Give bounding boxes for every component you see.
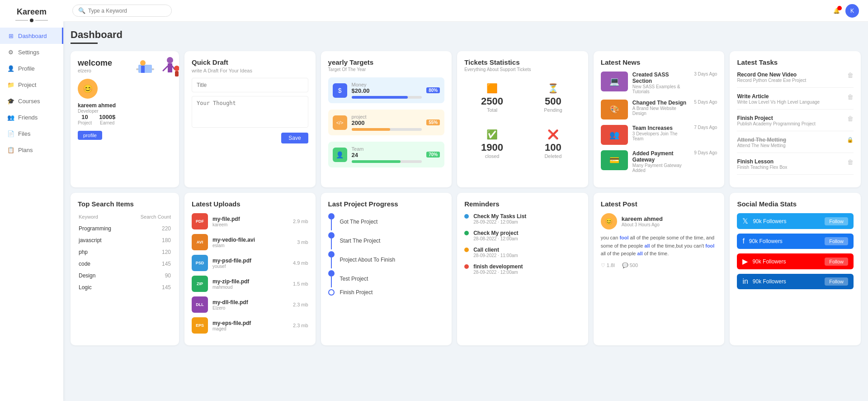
latest-tasks-card: Latest Tasks Record One New Video Record… [730, 51, 861, 187]
sidebar-label-dashboard: Dashboard [18, 33, 47, 39]
sidebar-item-project[interactable]: 📁 Project [0, 76, 63, 93]
upload-user: maged [212, 326, 288, 331]
count-cell: 220 [127, 223, 171, 234]
step-dot-area [328, 213, 335, 230]
top-search-card: Top Search Items Keyword Search Count Pr… [71, 193, 179, 345]
upload-info: my-vedio-file.avi eslam [212, 237, 292, 248]
svg-rect-1 [138, 65, 152, 73]
social-item-facebook: f 90k Followers Follow [737, 234, 854, 249]
task-delete-1[interactable]: 🗑 [847, 93, 854, 100]
task-delete-4[interactable]: 🗑 [847, 158, 854, 166]
draft-thought-textarea[interactable] [192, 96, 308, 128]
ticket-total: 🟧 2500 Total [464, 77, 520, 118]
sidebar-label-project: Project [18, 81, 36, 88]
svg-rect-3 [141, 66, 145, 73]
post-content: you can fool all of the people some of t… [601, 234, 717, 258]
social-title: Social Media Stats [737, 200, 854, 208]
sidebar-item-settings[interactable]: ⚙ Settings [0, 44, 63, 60]
brand-name: Kareem [7, 7, 56, 17]
post-time: About 3 Hours Ago [622, 222, 663, 227]
targets-subtitle: Target Of The Year [328, 67, 445, 72]
draft-title-input[interactable] [192, 78, 308, 92]
facebook-followers: 90k Followers [749, 238, 820, 244]
search-input[interactable] [88, 8, 166, 14]
welcome-user-name: kareem ahmed [78, 102, 172, 109]
quick-draft-card: Quick Draft write A Draft For Your Ideas… [184, 51, 316, 187]
news-item-3: 💳 Added Payment Gateway Many Payment Gat… [601, 150, 717, 173]
tickets-title: Tickets Statistics [464, 58, 581, 66]
sidebar-item-files[interactable]: 📄 Files [0, 125, 63, 142]
ticket-closed-icon: ✅ [470, 129, 514, 140]
facebook-follow-button[interactable]: Follow [825, 237, 848, 245]
search-table: Keyword Search Count Programming220javas… [78, 213, 172, 294]
welcome-stat-projects: 10 Project [78, 114, 92, 125]
upload-name: my-file.pdf [212, 216, 288, 222]
profile-button[interactable]: profile [78, 131, 102, 140]
search-table-row: Logic145 [79, 282, 171, 293]
target-info-team: Team 24 [352, 146, 422, 163]
latest-uploads-card: Latest Uploads PDF my-file.pdf kareem 2.… [184, 193, 316, 345]
twitter-followers: 90k Followers [753, 218, 820, 224]
upload-item: PSD my-psd-file.pdf yousef 4.9 mb [192, 255, 308, 271]
settings-icon: ⚙ [7, 48, 14, 56]
upload-name: my-psd-file.pdf [212, 258, 288, 264]
notification-icon[interactable]: 🔔 [833, 8, 840, 14]
reminder-item: Call client 28-09-2022 · 11:00am [464, 247, 581, 258]
plans-icon: 📋 [7, 146, 14, 153]
task-delete-2[interactable]: 🗑 [847, 115, 854, 122]
upload-badge: PDF [192, 213, 208, 229]
sidebar-nav: ⊞ Dashboard ⚙ Settings 👤 Profile 📁 Proje… [0, 28, 63, 158]
social-stats-card: Social Media Stats 𝕏 90k Followers Follo… [730, 193, 861, 345]
last-project-card: Last Project Progress Got The Project St… [321, 193, 452, 345]
sidebar-item-plans[interactable]: 📋 Plans [0, 142, 63, 158]
sidebar-item-courses[interactable]: 🎓 Courses [0, 93, 63, 109]
upload-badge: PSD [192, 255, 208, 271]
svg-line-6 [163, 66, 168, 71]
step-connector [331, 258, 332, 268]
ticket-pending-icon: ⏳ [531, 83, 576, 94]
draft-save-button[interactable]: Save [281, 133, 308, 143]
reminder-dot [464, 231, 469, 235]
search-table-row: Design90 [79, 270, 171, 281]
youtube-follow-button[interactable]: Follow [825, 258, 848, 266]
top-search-title: Top Search Items [78, 200, 172, 208]
svg-rect-9 [175, 71, 179, 76]
twitter-follow-button[interactable]: Follow [825, 217, 848, 225]
money-icon: $ [333, 83, 347, 98]
upload-name: my-zip-file.pdf [212, 278, 288, 285]
post-title: Latest Post [601, 200, 717, 208]
project-target-icon: </> [333, 115, 347, 130]
sidebar-item-profile[interactable]: 👤 Profile [0, 60, 63, 76]
post-comments: 💬 500 [622, 263, 638, 268]
step-row: Finish Project [328, 289, 445, 296]
files-icon: 📄 [7, 130, 14, 137]
upload-item: PDF my-file.pdf kareem 2.9 mb [192, 213, 308, 229]
post-likes: ♡ 1.8l [601, 263, 615, 268]
twitter-icon: 𝕏 [742, 217, 748, 225]
step-dot-area [328, 251, 335, 268]
ticket-deleted-icon: ❌ [531, 129, 576, 140]
social-item-linkedin: in 90k Followers Follow [737, 274, 854, 289]
reminder-dot [464, 214, 469, 219]
step-text: Test Project [340, 276, 368, 282]
welcome-stats: 10 Project 1000$ Earned [78, 114, 172, 125]
sidebar-item-friends[interactable]: 👥 Friends [0, 109, 63, 125]
team-bar-wrap [352, 160, 422, 163]
linkedin-followers: 90k Followers [753, 278, 820, 285]
task-delete-0[interactable]: 🗑 [847, 72, 854, 79]
keyword-cell: Design [79, 270, 126, 281]
step-row: Test Project [328, 270, 445, 287]
upload-size: 2.9 mb [293, 219, 308, 224]
upload-name: my-dll-file.pdf [212, 299, 288, 306]
user-avatar[interactable]: K [845, 4, 859, 18]
keyword-cell: php [79, 247, 126, 258]
step-row: Got The Project [328, 213, 445, 230]
sidebar-item-dashboard[interactable]: ⊞ Dashboard [0, 28, 63, 44]
news-info-2: Team Increases 3 Developers Join The Tea… [632, 125, 689, 141]
target-info-money: Money $20.00 [352, 82, 422, 99]
tickets-card: Tickets Statistics Everything About Supp… [457, 51, 588, 187]
news-item-2: 👥 Team Increases 3 Developers Join The T… [601, 125, 717, 145]
linkedin-follow-button[interactable]: Follow [825, 277, 848, 286]
search-box[interactable]: 🔍 [72, 5, 172, 17]
reminder-item: Check My project 28-08-2022 · 12:00am [464, 230, 581, 241]
